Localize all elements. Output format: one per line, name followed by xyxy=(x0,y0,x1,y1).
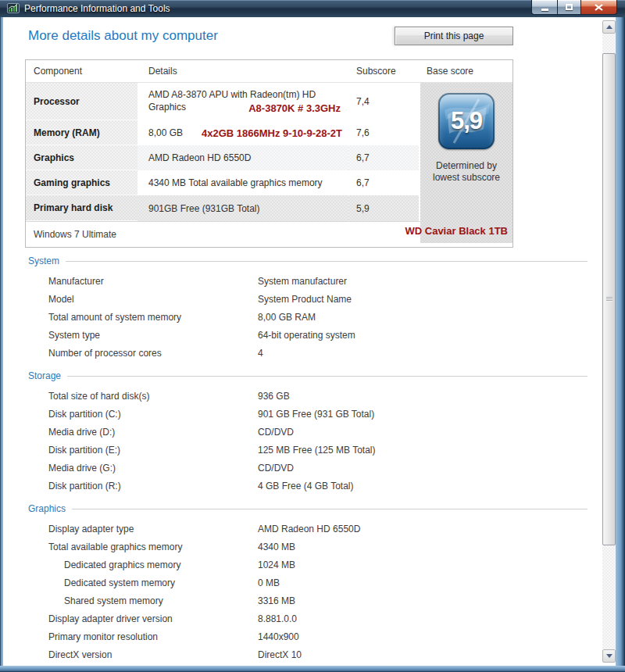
close-button[interactable] xyxy=(581,0,617,15)
section-rule xyxy=(72,509,588,509)
info-value: System Product Name xyxy=(258,294,352,305)
info-value: 4 GB Free (4 GB Total) xyxy=(258,481,354,491)
component-label: Graphics xyxy=(26,145,138,170)
info-row: Shared system memory3316 MB xyxy=(28,592,588,609)
info-value: 64-bit operating system xyxy=(258,330,355,341)
section-title: System xyxy=(28,256,59,266)
column-header-basescore: Base score xyxy=(419,66,511,77)
section-storage: Storage Total size of hard disk(s)936 GB… xyxy=(28,370,588,495)
info-label: Disk partition (R:) xyxy=(48,481,258,491)
details-text: 8,00 GB xyxy=(148,127,183,138)
table-header: Component Details Subscore Base score xyxy=(26,60,512,83)
hdd-annotation: WD Caviar Black 1TB xyxy=(405,225,509,237)
info-row: Dedicated graphics memory1024 MB xyxy=(28,556,588,574)
info-row: Primary monitor resolution1440x900 xyxy=(28,627,588,645)
details-text: AMD Radeon HD 6550D xyxy=(138,145,348,170)
scrollbar-gripper-icon xyxy=(606,297,612,302)
info-row: Display adapter typeAMD Radeon HD 6550D xyxy=(28,520,588,538)
component-label: Processor xyxy=(26,83,138,120)
info-row: Disk partition (C:)901 GB Free (931 GB T… xyxy=(28,405,588,423)
info-label: Media drive (D:) xyxy=(48,427,258,438)
info-row: Disk partition (E:)125 MB Free (125 MB T… xyxy=(28,441,588,459)
info-row: ModelSystem Product Name xyxy=(28,290,588,308)
info-value: 125 MB Free (125 MB Total) xyxy=(258,445,376,456)
info-label: Disk partition (E:) xyxy=(48,445,258,456)
wei-score-table: Component Details Subscore Base score Pr… xyxy=(25,59,513,248)
info-row: Display adapter driver version8.881.0.0 xyxy=(28,609,588,627)
info-row: Total available graphics memory4340 MB xyxy=(28,538,588,556)
info-row: Total amount of system memory8,00 GB RAM xyxy=(28,308,588,326)
info-label: Display adapter driver version xyxy=(48,613,258,624)
column-header-details: Details xyxy=(138,66,348,77)
maximize-button[interactable] xyxy=(557,0,581,15)
info-row: Media drive (G:)CD/DVD xyxy=(28,459,588,477)
info-value: System manufacturer xyxy=(258,276,347,287)
info-row: Number of processor cores4 xyxy=(28,344,588,362)
info-label: Shared system memory xyxy=(64,595,258,606)
info-row: Media drive (D:)CD/DVD xyxy=(28,423,588,441)
info-value: 901 GB Free (931 GB Total) xyxy=(258,409,374,420)
component-label: Gaming graphics xyxy=(26,170,138,195)
subscore-value: 6,7 xyxy=(348,145,419,170)
section-title: Graphics xyxy=(28,503,66,514)
info-label: Total amount of system memory xyxy=(48,312,258,323)
section-rule xyxy=(66,261,588,262)
vertical-scrollbar[interactable] xyxy=(602,20,616,663)
base-score-value: 5,9 xyxy=(451,107,482,135)
details-text: 901GB Free (931GB Total) xyxy=(138,195,348,221)
up-arrow-icon xyxy=(606,25,612,29)
scroll-up-button[interactable] xyxy=(602,20,616,34)
ram-annotation: 4x2GB 1866MHz 9-10-9-28-2T xyxy=(202,127,342,139)
scroll-down-button[interactable] xyxy=(602,649,616,663)
info-value: 1024 MB xyxy=(258,559,295,570)
component-label: Primary hard disk xyxy=(26,195,138,221)
info-label: Dedicated graphics memory xyxy=(64,559,258,570)
details-cell: AMD A8-3870 APU with Radeon(tm) HD Graph… xyxy=(138,83,348,120)
info-value: 0 MB xyxy=(258,577,280,588)
caption-buttons xyxy=(531,0,617,15)
window-title: Performance Information and Tools xyxy=(24,3,170,14)
performance-monitor-icon xyxy=(7,2,20,15)
info-label: Total available graphics memory xyxy=(48,542,258,552)
info-label: Media drive (G:) xyxy=(48,463,258,474)
print-page-button[interactable]: Print this page xyxy=(395,27,513,45)
info-label: Manufacturer xyxy=(48,276,258,287)
section-rule xyxy=(67,376,588,377)
base-score-caption: Determined by lowest subscore xyxy=(423,160,509,184)
info-value: AMD Radeon HD 6550D xyxy=(258,524,360,534)
info-label: Total size of hard disk(s) xyxy=(48,391,258,402)
info-value: 3316 MB xyxy=(258,595,295,606)
subscore-value: 6,7 xyxy=(348,170,419,195)
close-icon xyxy=(595,4,603,11)
info-row: DirectX versionDirectX 10 xyxy=(28,645,588,663)
section-title: Storage xyxy=(28,370,61,381)
details-cell: 8,00 GB 4x2GB 1866MHz 9-10-9-28-2T xyxy=(138,120,348,145)
titlebar[interactable]: Performance Information and Tools xyxy=(0,0,625,17)
info-row: Dedicated system memory0 MB xyxy=(28,574,588,592)
cpu-annotation: A8-3870K # 3.3GHz xyxy=(248,102,341,115)
info-value: CD/DVD xyxy=(258,427,294,438)
column-header-subscore: Subscore xyxy=(348,66,419,77)
info-value: DirectX 10 xyxy=(258,649,302,660)
info-label: Model xyxy=(48,294,258,305)
info-label: Dedicated system memory xyxy=(64,577,258,588)
client-area: More details about my computer Print thi… xyxy=(3,17,616,666)
scrollbar-thumb[interactable] xyxy=(602,53,616,545)
info-value: 4 xyxy=(258,348,263,359)
subscore-value: 7,4 xyxy=(348,83,419,120)
column-header-component: Component xyxy=(26,66,138,77)
base-score-panel: 5,9 Determined by lowest subscore xyxy=(420,83,512,243)
info-row: Total size of hard disk(s)936 GB xyxy=(28,387,588,405)
window: Performance Information and Tools More d… xyxy=(0,0,625,672)
info-label: Primary monitor resolution xyxy=(48,631,258,642)
section-system: System ManufacturerSystem manufacturer M… xyxy=(28,256,588,362)
minimize-button[interactable] xyxy=(531,0,557,15)
info-label: Number of processor cores xyxy=(48,348,258,359)
info-label: Disk partition (C:) xyxy=(48,409,258,420)
info-value: 936 GB xyxy=(258,391,290,402)
info-value: 4340 MB xyxy=(258,542,295,552)
window-border-bottom xyxy=(0,666,625,672)
info-value: 1440x900 xyxy=(258,631,299,642)
subscore-value: 5,9 xyxy=(348,195,419,221)
info-label: Display adapter type xyxy=(48,524,258,534)
